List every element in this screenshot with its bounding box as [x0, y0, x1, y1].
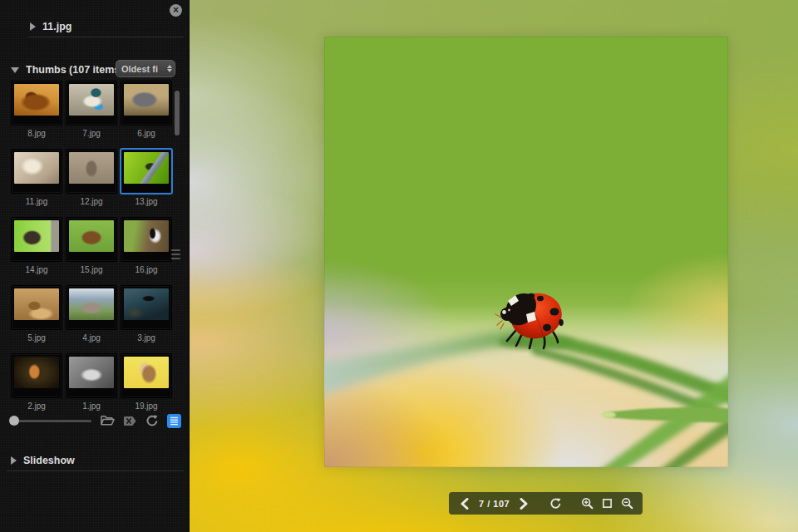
thumbnail-cell[interactable]: 11.jpg [11, 149, 62, 206]
thumbnail-image [69, 84, 114, 116]
zoom-out-button[interactable] [619, 496, 634, 511]
thumbnail-image [14, 357, 59, 388]
chevron-left-icon [460, 498, 470, 510]
fit-square-icon [602, 498, 613, 509]
thumbnail-cell[interactable]: 15.jpg [66, 217, 117, 274]
thumbnail-cell[interactable]: 16.jpg [121, 217, 172, 274]
thumbnail-filename: 15.jpg [66, 265, 117, 274]
thumbnail-cell[interactable]: 12.jpg [66, 149, 117, 206]
thumbnail-filename: 14.jpg [11, 265, 62, 274]
thumbnail-image [124, 357, 169, 388]
thumbnail-image [69, 288, 114, 320]
app-window: 7 / 107 [0, 0, 798, 532]
thumbnail-filename: 12.jpg [66, 197, 117, 206]
thumbnail-filename: 11.jpg [11, 197, 62, 206]
browser-panel: × 11.jpg Thumbs (107 items) Oldest fi 8.… [0, 0, 190, 532]
list-view-icon [170, 416, 179, 426]
thumb-size-slider-track[interactable] [12, 420, 91, 422]
chevron-right-icon [519, 498, 529, 510]
thumbnail-cell[interactable]: 3.jpg [121, 285, 172, 342]
photo-ladybug[interactable] [324, 37, 728, 467]
rotate-refresh-button[interactable] [548, 496, 563, 511]
thumbnail-filename: 19.jpg [121, 401, 172, 411]
slideshow-section-label: Slideshow [23, 455, 75, 466]
thumbs-scrollbar[interactable] [175, 91, 180, 135]
thumbnail-grid: 8.jpg 7.jpg 6.jpg 11.jpg 12.jpg 13.jpg 1… [11, 81, 174, 411]
thumbnail-cell[interactable]: 4.jpg [66, 285, 117, 342]
thumbnail-cell[interactable]: 1.jpg [66, 353, 117, 411]
thumbnail-cell[interactable]: 6.jpg [121, 81, 172, 138]
thumbnail-image [14, 288, 59, 320]
grass-blades-graphic [324, 37, 728, 467]
collapsed-triangle-icon [30, 22, 36, 31]
sort-order-dropdown[interactable]: Oldest fi [116, 60, 175, 77]
thumbnail-cell[interactable]: 14.jpg [11, 217, 62, 274]
thumbnail-image [14, 152, 59, 184]
section-header-slideshow[interactable]: Slideshow [11, 455, 75, 466]
thumbnail-filename: 4.jpg [66, 333, 117, 342]
close-panel-button[interactable]: × [170, 4, 182, 17]
section-header-thumbs[interactable]: Thumbs (107 items) [11, 64, 123, 76]
thumbnail-image [124, 220, 169, 252]
section-header-file[interactable]: 11.jpg [30, 21, 71, 32]
thumbnail-filename: 16.jpg [121, 265, 172, 274]
ladybug-graphic [493, 284, 573, 356]
refresh-icon [145, 414, 159, 427]
thumbs-section-label: Thumbs (107 items) [26, 64, 123, 76]
dropdown-stepper-icon [165, 65, 172, 72]
panel-resize-grip[interactable] [171, 249, 180, 259]
thumbnail-cell-selected[interactable]: 13.jpg [121, 149, 172, 206]
thumbnail-image [14, 84, 59, 116]
thumbnail-image [124, 84, 169, 116]
thumbnail-filename: 8.jpg [11, 129, 62, 138]
thumb-size-slider-handle[interactable] [9, 416, 19, 426]
refresh-thumbs-button[interactable] [145, 413, 160, 428]
thumbnail-image [14, 220, 59, 252]
viewer-area: 7 / 107 [190, 0, 798, 532]
viewer-toolbar: 7 / 107 [449, 492, 643, 515]
zoom-in-button[interactable] [579, 496, 594, 511]
thumbnail-image [69, 357, 114, 388]
thumbnail-image [124, 288, 169, 320]
thumbnail-image [69, 152, 114, 184]
thumbnail-filename: 2.jpg [11, 401, 62, 411]
sort-order-value: Oldest fi [121, 64, 165, 74]
thumbnail-filename: 3.jpg [121, 333, 172, 342]
thumbnail-cell[interactable]: 2.jpg [11, 353, 62, 411]
thumbnail-filename: 7.jpg [66, 129, 117, 138]
next-image-button[interactable] [516, 496, 531, 511]
open-folder-icon [100, 414, 115, 427]
fit-to-window-button[interactable] [599, 496, 614, 511]
thumbnail-cell[interactable]: 8.jpg [11, 81, 62, 138]
thumbnail-filename: 6.jpg [121, 129, 172, 138]
thumbnail-filename: 5.jpg [11, 333, 62, 342]
panel-tools-row [100, 413, 181, 428]
divider [28, 37, 184, 37]
previous-image-button[interactable] [457, 496, 472, 511]
open-folder-button[interactable] [100, 413, 115, 428]
zoom-in-icon [581, 497, 594, 510]
collapsed-triangle-icon [11, 456, 17, 465]
thumbnail-image [124, 152, 169, 184]
image-counter: 7 / 107 [477, 499, 511, 509]
thumbnail-cell[interactable]: 5.jpg [11, 285, 62, 342]
thumbnail-filename: 13.jpg [121, 197, 172, 206]
divider [7, 470, 184, 471]
zoom-out-icon [621, 497, 633, 510]
remove-image-button[interactable] [122, 413, 137, 428]
remove-x-icon [123, 415, 137, 427]
refresh-icon [549, 497, 562, 510]
thumbnail-cell[interactable]: 19.jpg [121, 353, 172, 411]
thumbnail-cell[interactable]: 7.jpg [66, 81, 117, 138]
list-view-button[interactable] [167, 414, 181, 428]
thumbnail-filename: 1.jpg [66, 401, 117, 411]
expanded-triangle-icon [11, 67, 19, 73]
file-section-label: 11.jpg [42, 21, 71, 32]
thumbnail-image [69, 220, 114, 252]
